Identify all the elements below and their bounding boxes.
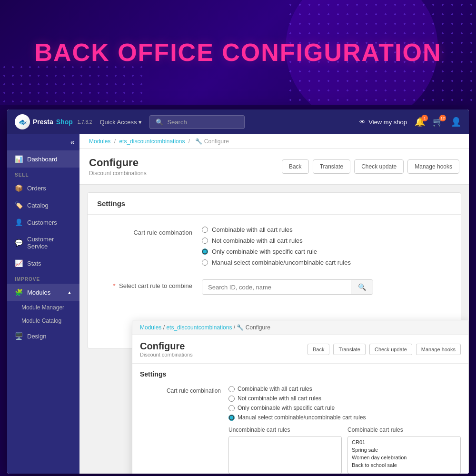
view-shop-label: View my shop xyxy=(368,119,407,126)
sidebar-item-stats-label: Stats xyxy=(27,260,41,267)
list-item[interactable]: Spring sale xyxy=(350,446,458,454)
breadcrumb: Modules / ets_discountcombinations / 🔧 C… xyxy=(79,134,469,149)
sidebar-section-sell: SELL xyxy=(7,168,79,179)
overlay-radio-label-2: Not combinable with all cart rules xyxy=(238,395,321,402)
sidebar: « 📊 Dashboard SELL 📦 Orders 🏷️ Catalog 👤… xyxy=(7,134,79,474)
profile-button[interactable]: 👤 xyxy=(451,117,461,127)
back-button[interactable]: Back xyxy=(282,159,309,174)
radio-input-3[interactable] xyxy=(202,248,208,255)
quick-access-button[interactable]: Quick Access ▾ xyxy=(99,119,142,126)
overlay-radio-input-3[interactable] xyxy=(228,405,235,411)
sidebar-item-dashboard[interactable]: 📊 Dashboard xyxy=(7,150,79,168)
radio-option-2[interactable]: Not combinable with all cart rules xyxy=(202,237,451,244)
sidebar-item-modules[interactable]: 🧩 Modules ▲ xyxy=(7,284,79,301)
overlay-radio-controls: Combinable with all cart rules Not combi… xyxy=(228,386,461,474)
notifications-button[interactable]: 🔔 1 xyxy=(415,117,425,127)
search-icon: 🔍 xyxy=(156,119,163,126)
overlay-check-update-button[interactable]: Check update xyxy=(369,344,412,355)
select-cart-label-text: Select cart rule to combine xyxy=(119,282,192,289)
overlay-breadcrumb-modules[interactable]: Modules xyxy=(140,324,161,331)
sidebar-item-stats[interactable]: 📈 Stats xyxy=(7,255,79,272)
hero-banner: BACK OFFICE CONFIGURATION xyxy=(0,0,476,105)
translate-button[interactable]: Translate xyxy=(313,159,351,174)
overlay-radio-input-1[interactable] xyxy=(228,386,235,392)
overlay-page-header: Configure Discount combinations Back Tra… xyxy=(132,335,468,364)
overlay-radio-4[interactable]: Manual select combinable/uncombinable ca… xyxy=(228,414,461,421)
sidebar-item-customers-label: Customers xyxy=(27,219,57,226)
list-item[interactable]: CR01 xyxy=(350,438,458,446)
orders-icon: 📦 xyxy=(15,184,22,192)
overlay-translate-button[interactable]: Translate xyxy=(333,344,365,355)
collapse-icon: « xyxy=(70,138,75,147)
cart-rule-search-group: 🔍 xyxy=(202,279,373,295)
navbar-right: 👁 View my shop 🔔 1 🛒 12 👤 xyxy=(359,117,461,127)
radio-label-1: Combinable with all cart rules xyxy=(212,226,293,233)
overlay-radio-input-4[interactable] xyxy=(228,415,235,421)
sidebar-item-module-manager[interactable]: Module Manager xyxy=(7,301,79,314)
sidebar-item-customers[interactable]: 👤 Customers xyxy=(7,214,79,231)
radio-option-1[interactable]: Combinable with all cart rules xyxy=(202,226,451,233)
sidebar-item-orders[interactable]: 📦 Orders xyxy=(7,179,79,197)
overlay-radio-3[interactable]: Only combinable with specific cart rule xyxy=(228,405,461,411)
list-columns: Uncombinable cart rules Add → Combinable… xyxy=(228,426,461,474)
radio-option-4[interactable]: Manual select combinable/uncombinable ca… xyxy=(202,259,451,266)
overlay-breadcrumb-configure: 🔧 Configure xyxy=(237,324,270,331)
dot-pattern-left xyxy=(0,63,143,105)
radio-input-2[interactable] xyxy=(202,238,208,244)
cart-rule-label: Cart rule combination xyxy=(97,226,192,236)
breadcrumb-configure: 🔧 Configure xyxy=(195,138,228,145)
radio-label-2: Not combinable with all cart rules xyxy=(212,237,303,244)
overlay-back-button[interactable]: Back xyxy=(307,344,329,355)
sidebar-item-customer-service-label: Customer Service xyxy=(27,236,72,250)
settings-card-header: Settings xyxy=(88,193,461,215)
check-update-button[interactable]: Check update xyxy=(354,159,404,174)
sidebar-item-design[interactable]: 🖥️ Design xyxy=(7,327,79,345)
cart-rule-search-button[interactable]: 🔍 xyxy=(351,280,373,294)
breadcrumb-modules[interactable]: Modules xyxy=(89,138,110,145)
radio-option-3[interactable]: Only combinable with specific cart rule xyxy=(202,248,451,255)
overlay-breadcrumb-ets[interactable]: ets_discountcombinations xyxy=(166,324,232,331)
radio-input-1[interactable] xyxy=(202,227,208,233)
sidebar-item-module-manager-label: Module Manager xyxy=(21,304,64,311)
overlay-radio-input-2[interactable] xyxy=(228,396,235,402)
cart-rule-search-input[interactable] xyxy=(202,280,351,294)
overlay-radio-1[interactable]: Combinable with all cart rules xyxy=(228,386,461,392)
manage-hooks-button[interactable]: Manage hooks xyxy=(407,159,459,174)
overlay-breadcrumb: Modules / ets_discountcombinations / 🔧 C… xyxy=(132,320,468,335)
sidebar-item-dashboard-label: Dashboard xyxy=(27,156,58,163)
main-content: Modules / ets_discountcombinations / 🔧 C… xyxy=(79,134,469,474)
sidebar-item-customer-service[interactable]: 💬 Customer Service xyxy=(7,231,79,255)
select-cart-controls: 🔍 xyxy=(202,279,451,295)
settings-card-body: Cart rule combination Combinable with al… xyxy=(88,215,461,316)
breadcrumb-sep1: / xyxy=(114,138,118,145)
overlay-page-actions: Back Translate Check update Manage hooks xyxy=(307,344,461,355)
sidebar-collapse-button[interactable]: « xyxy=(7,134,79,150)
overlay-radio-2[interactable]: Not combinable with all cart rules xyxy=(228,395,461,402)
cart-rule-form-row: Cart rule combination Combinable with al… xyxy=(97,226,451,270)
sidebar-item-module-catalog[interactable]: Module Catalog xyxy=(7,314,79,327)
overlay-manage-hooks-button[interactable]: Manage hooks xyxy=(416,344,461,355)
cart-rule-options: Combinable with all cart rules Not combi… xyxy=(202,226,451,270)
eye-icon: 👁 xyxy=(359,119,366,126)
breadcrumb-ets[interactable]: ets_discountcombinations xyxy=(119,138,185,145)
uncombinable-list-box[interactable] xyxy=(228,436,342,474)
radio-label-3: Only combinable with specific cart rule xyxy=(212,248,317,255)
user-icon: 👤 xyxy=(451,117,461,127)
hero-title: BACK OFFICE CONFIGURATION xyxy=(35,38,442,67)
radio-input-4[interactable] xyxy=(202,259,208,266)
list-item[interactable]: Back to school sale xyxy=(350,461,458,469)
view-shop-button[interactable]: 👁 View my shop xyxy=(359,119,407,126)
required-marker: * xyxy=(113,282,115,289)
stats-icon: 📈 xyxy=(15,259,22,267)
logo-icon: 🐟 xyxy=(15,114,30,129)
overlay-form-row: Cart rule combination Combinable with al… xyxy=(140,386,461,474)
page-actions: Back Translate Check update Manage hooks xyxy=(282,159,459,174)
logo-version: 1.7.8.2 xyxy=(78,119,92,125)
sidebar-item-orders-label: Orders xyxy=(27,185,46,192)
combinable-list-box[interactable]: CR01Spring saleWomen day celebrationBack… xyxy=(347,436,461,474)
orders-alert-button[interactable]: 🛒 12 xyxy=(433,117,443,127)
list-item[interactable]: Women day celebration xyxy=(350,454,458,461)
sidebar-item-catalog[interactable]: 🏷️ Catalog xyxy=(7,197,79,214)
search-bar[interactable]: 🔍 Search xyxy=(149,115,245,129)
overlay-title-area: Configure Discount combinations xyxy=(140,341,307,357)
